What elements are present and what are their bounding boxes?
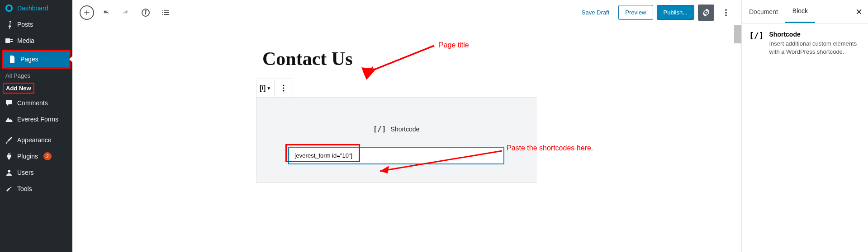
kebab-icon	[279, 84, 288, 93]
plus-icon	[83, 9, 90, 16]
gear-icon	[702, 8, 711, 17]
kebab-icon	[721, 8, 730, 17]
tab-block[interactable]: Block	[785, 0, 815, 23]
annotation-page-title: Page title	[439, 41, 469, 49]
sidebar-item-posts[interactable]: Posts	[0, 16, 72, 33]
sidebar-item-users[interactable]: Users	[0, 164, 72, 181]
svg-point-8	[283, 85, 285, 86]
annotation-paste: Paste the shortcodes here.	[507, 144, 593, 152]
sidebar-item-label: Comments	[17, 99, 48, 107]
shortcode-icon: [/]	[373, 125, 386, 133]
sidebar-item-pages[interactable]: Pages	[3, 51, 69, 67]
submenu-add-new[interactable]: Add New	[4, 84, 33, 93]
editor-canvas: Contact Us [/]▼ [/] Shortcode Page title	[72, 25, 741, 252]
dashboard-icon	[5, 4, 14, 13]
block-panel-title: Shortcode	[769, 31, 861, 38]
list-icon	[161, 8, 170, 17]
sidebar-item-label: Media	[17, 37, 34, 44]
close-panel-button[interactable]	[850, 0, 868, 23]
pin-icon	[5, 20, 14, 29]
sidebar-item-label: Tools	[17, 185, 32, 192]
comment-icon	[5, 98, 14, 107]
block-more-button[interactable]	[275, 79, 293, 97]
page-icon	[8, 55, 17, 64]
sidebar-item-label: Dashboard	[17, 5, 48, 12]
sidebar-item-label: Appearance	[17, 136, 52, 144]
outline-button[interactable]	[157, 5, 174, 21]
page-title[interactable]: Contact Us	[262, 48, 741, 70]
add-block-button[interactable]	[80, 5, 94, 20]
redo-icon	[121, 8, 130, 17]
media-icon	[5, 36, 14, 45]
sidebar-item-label: Posts	[17, 21, 33, 28]
annotation-arrow-paste	[373, 149, 504, 176]
annotation-arrow-title	[360, 43, 436, 79]
shortcode-block-label: Shortcode	[391, 126, 420, 133]
sidebar-item-everest-forms[interactable]: Everest Forms	[0, 111, 72, 127]
close-icon	[855, 8, 863, 15]
block-type-button[interactable]: [/]▼	[256, 79, 275, 97]
settings-panel: Document Block [/] Shortcode Insert addi…	[741, 0, 868, 252]
undo-button[interactable]	[98, 5, 114, 21]
sidebar-item-label: Plugins	[17, 153, 38, 160]
sidebar-item-dashboard[interactable]: Dashboard	[0, 0, 72, 16]
info-icon	[141, 8, 150, 17]
submenu-all-pages[interactable]: All Pages	[0, 70, 72, 82]
tab-document[interactable]: Document	[742, 0, 785, 23]
sidebar-item-tools[interactable]: Tools	[0, 181, 72, 197]
wrench-icon	[5, 184, 14, 193]
toolbar-right: Save Draft Preview Publish...	[576, 5, 734, 21]
more-options-button[interactable]	[718, 5, 734, 21]
block-panel-description: Insert additional custom elements with a…	[769, 40, 861, 56]
settings-tabs: Document Block	[742, 0, 868, 23]
block-info-panel: [/] Shortcode Insert additional custom e…	[742, 23, 868, 63]
user-icon	[5, 168, 14, 177]
info-button[interactable]	[138, 5, 154, 21]
toolbar-left	[80, 5, 174, 21]
svg-point-1	[8, 170, 10, 173]
sidebar-item-comments[interactable]: Comments	[0, 95, 72, 111]
redo-button[interactable]	[118, 5, 134, 21]
preview-button[interactable]: Preview	[618, 5, 653, 20]
settings-button[interactable]	[698, 5, 714, 21]
sidebar-item-plugins[interactable]: Plugins 2	[0, 148, 72, 164]
undo-icon	[101, 8, 110, 17]
svg-point-0	[7, 40, 9, 42]
sidebar-item-appearance[interactable]: Appearance	[0, 132, 72, 148]
svg-point-5	[725, 9, 727, 11]
svg-point-10	[283, 90, 285, 92]
svg-point-4	[145, 10, 146, 11]
save-draft-button[interactable]: Save Draft	[576, 5, 615, 19]
svg-point-6	[725, 12, 727, 14]
publish-button[interactable]: Publish...	[657, 5, 694, 20]
admin-sidebar: Dashboard Posts Media Pages All Pages Ad…	[0, 0, 72, 252]
everest-icon	[5, 115, 14, 124]
sidebar-item-label: Everest Forms	[17, 116, 58, 123]
plugin-update-badge: 2	[43, 152, 52, 160]
svg-point-9	[283, 88, 285, 89]
shortcode-icon: [/]	[749, 31, 764, 56]
sidebar-item-label: Pages	[20, 56, 38, 63]
plugin-icon	[5, 152, 14, 161]
svg-point-7	[725, 14, 727, 16]
brush-icon	[5, 135, 14, 145]
shortcode-block-header: [/] Shortcode	[288, 125, 504, 133]
editor-main: Save Draft Preview Publish... Contact Us…	[72, 0, 741, 252]
sidebar-item-label: Users	[17, 169, 34, 176]
sidebar-item-media[interactable]: Media	[0, 33, 72, 49]
block-toolbar: [/]▼	[256, 79, 293, 98]
editor-toolbar: Save Draft Preview Publish...	[72, 0, 741, 25]
